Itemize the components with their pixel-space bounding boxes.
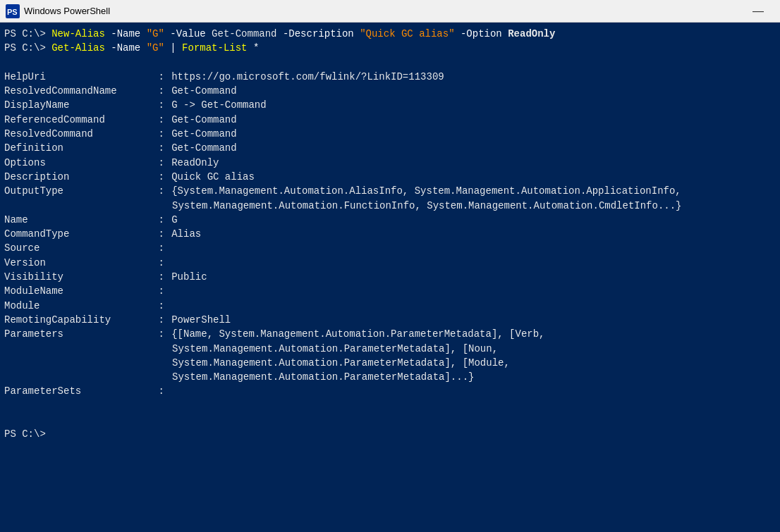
cmd1-v3: "Quick GC alias": [360, 27, 454, 41]
blank-line-2: [4, 399, 776, 413]
field-colon: :: [152, 241, 170, 255]
field-row: ResolvedCommand : Get-Command: [4, 127, 776, 141]
field-name: ModuleName: [4, 284, 152, 298]
field-colon: :: [152, 127, 170, 141]
prompt-2: PS C:\>: [4, 41, 46, 55]
field-value: Get-Command: [171, 113, 236, 127]
field-name: RemotingCapability: [4, 313, 152, 327]
field-colon: :: [152, 113, 170, 127]
field-colon: :: [152, 299, 170, 313]
field-row: OutputType : {System.Management.Automati…: [4, 184, 776, 198]
field-name: Parameters: [4, 327, 152, 341]
field-name: Version: [4, 256, 152, 270]
field-value: Get-Command: [171, 84, 236, 98]
console: PS C:\> New-Alias -Name "G" -Value Get-C…: [0, 23, 780, 532]
field-colon: :: [152, 70, 170, 84]
field-value: {[Name, System.Management.Automation.Par…: [171, 327, 544, 341]
blank-line-3: [4, 413, 776, 427]
field-colon: :: [152, 284, 170, 298]
field-row: Parameters : {[Name, System.Management.A…: [4, 327, 776, 341]
cmd1-p1: -Name: [105, 27, 147, 41]
titlebar-controls: —: [742, 0, 774, 23]
field-row: Source :: [4, 241, 776, 255]
field-value: G: [171, 213, 177, 227]
field-name: HelpUri: [4, 70, 152, 84]
cmd1-name: New-Alias: [51, 27, 105, 41]
fields-container: HelpUri : https://go.microsoft.com/fwlin…: [4, 70, 776, 399]
field-value: Get-Command: [171, 127, 236, 141]
field-row: Description : Quick GC alias: [4, 170, 776, 184]
field-name: OutputType: [4, 184, 152, 198]
field-row: Visibility : Public: [4, 270, 776, 284]
field-colon: :: [152, 98, 170, 112]
field-name: Definition: [4, 141, 152, 155]
field-row: ModuleName :: [4, 284, 776, 298]
cmd1-p3: -Description: [277, 27, 360, 41]
field-name: CommandType: [4, 227, 152, 241]
field-name: Description: [4, 170, 152, 184]
field-value: Get-Command: [171, 141, 236, 155]
field-value: PowerShell: [171, 313, 231, 327]
field-value: Quick GC alias: [171, 170, 255, 184]
field-row-cont: System.Management.Automation.FunctionInf…: [4, 199, 776, 213]
field-value: ReadOnly: [171, 156, 219, 170]
field-colon: :: [152, 227, 170, 241]
powershell-icon: PS: [6, 4, 20, 18]
field-value-cont: System.Management.Automation.FunctionInf…: [4, 199, 682, 213]
command-line-1: PS C:\> New-Alias -Name "G" -Value Get-C…: [4, 27, 776, 41]
field-row: ReferencedCommand : Get-Command: [4, 113, 776, 127]
minimize-button[interactable]: —: [742, 0, 774, 23]
cmd2-v1: "G": [147, 41, 164, 55]
titlebar: PS Windows PowerShell —: [0, 0, 780, 23]
field-name: ResolvedCommand: [4, 127, 152, 141]
field-name: Module: [4, 299, 152, 313]
field-colon: :: [152, 84, 170, 98]
field-name: Source: [4, 241, 152, 255]
field-name: ReferencedCommand: [4, 113, 152, 127]
final-prompt-line: PS C:\>: [4, 427, 776, 441]
field-row-cont: System.Management.Automation.ParameterMe…: [4, 342, 776, 356]
cmd1-v1: "G": [147, 27, 164, 41]
field-name: Visibility: [4, 270, 152, 284]
field-value: Alias: [171, 227, 201, 241]
field-colon: :: [152, 141, 170, 155]
field-colon: :: [152, 170, 170, 184]
prompt-1: PS C:\>: [4, 27, 46, 41]
field-row: ResolvedCommandName : Get-Command: [4, 84, 776, 98]
field-row: CommandType : Alias: [4, 227, 776, 241]
field-colon: :: [152, 184, 170, 198]
field-name: DisplayName: [4, 98, 152, 112]
field-colon: :: [152, 327, 170, 341]
field-row: Definition : Get-Command: [4, 141, 776, 155]
field-row: DisplayName : G -> Get-Command: [4, 98, 776, 112]
field-row: Module :: [4, 299, 776, 313]
field-value: {System.Management.Automation.AliasInfo,…: [171, 184, 681, 198]
field-colon: :: [152, 213, 170, 227]
field-row: Name : G: [4, 213, 776, 227]
field-value: https://go.microsoft.com/fwlink/?LinkID=…: [171, 70, 444, 84]
svg-text:PS: PS: [7, 8, 18, 16]
field-name: Name: [4, 213, 152, 227]
cmd1-p2: -Value: [164, 27, 212, 41]
field-row: RemotingCapability : PowerShell: [4, 313, 776, 327]
field-value-cont: System.Management.Automation.ParameterMe…: [4, 342, 498, 356]
field-colon: :: [152, 156, 170, 170]
field-colon: :: [152, 270, 170, 284]
field-name: Options: [4, 156, 152, 170]
command-line-2: PS C:\> Get-Alias -Name "G" | Format-Lis…: [4, 41, 776, 55]
cmd1-p4: -Option: [455, 27, 508, 41]
cmd2-pipe: |: [164, 41, 182, 55]
field-row: HelpUri : https://go.microsoft.com/fwlin…: [4, 70, 776, 84]
field-colon: :: [152, 384, 170, 398]
cmd2-name: Get-Alias: [51, 41, 105, 55]
field-value-cont: System.Management.Automation.ParameterMe…: [4, 356, 510, 370]
cmd2-name2: Format-List: [182, 41, 247, 55]
cmd1-v2: Get-Command: [212, 27, 276, 41]
cmd2-rest: *: [248, 41, 260, 55]
field-row: ParameterSets :: [4, 384, 776, 398]
field-colon: :: [152, 256, 170, 270]
field-row: Options : ReadOnly: [4, 156, 776, 170]
final-prompt: PS C:\>: [4, 427, 46, 441]
field-row-cont: System.Management.Automation.ParameterMe…: [4, 356, 776, 370]
field-row-cont: System.Management.Automation.ParameterMe…: [4, 370, 776, 384]
